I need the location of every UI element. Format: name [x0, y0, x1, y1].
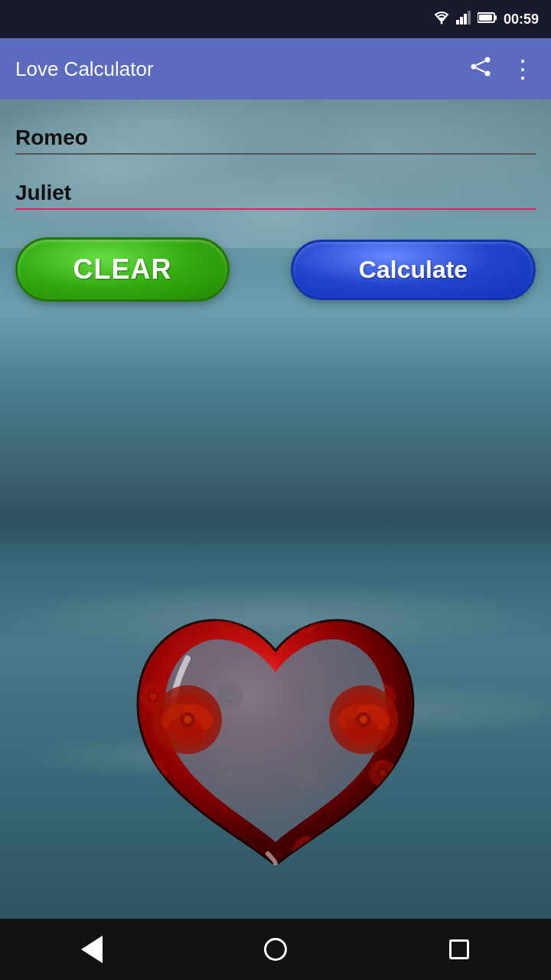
- svg-point-8: [485, 57, 491, 62]
- status-bar: 00:59: [0, 0, 551, 38]
- svg-point-32: [360, 716, 367, 724]
- svg-point-9: [471, 64, 477, 69]
- svg-line-11: [477, 61, 485, 65]
- wifi-icon: [433, 11, 450, 28]
- app-bar: Love Calculator ⋮: [0, 38, 551, 100]
- button-row: CLEAR Calculate: [0, 222, 551, 317]
- svg-rect-6: [494, 15, 497, 20]
- main-content: CLEAR Calculate: [0, 100, 551, 942]
- name1-group: [15, 122, 536, 155]
- svg-point-25: [184, 716, 191, 724]
- app-bar-actions: ⋮: [469, 54, 536, 83]
- clear-button[interactable]: CLEAR: [15, 237, 230, 302]
- name2-input[interactable]: [15, 178, 536, 210]
- calculate-button[interactable]: Calculate: [291, 240, 536, 300]
- status-icons: 00:59: [433, 11, 539, 28]
- share-button[interactable]: [469, 55, 492, 83]
- signal-icon: [456, 11, 471, 28]
- time-display: 00:59: [504, 11, 539, 28]
- svg-point-0: [440, 21, 442, 24]
- svg-rect-3: [464, 14, 467, 24]
- more-options-button[interactable]: ⋮: [510, 54, 536, 83]
- nav-back-button[interactable]: [69, 926, 115, 972]
- svg-rect-4: [468, 11, 471, 24]
- name2-group: [15, 178, 536, 210]
- nav-home-button[interactable]: [253, 926, 298, 972]
- nav-recents-button[interactable]: [436, 926, 482, 972]
- svg-rect-7: [479, 15, 492, 21]
- svg-point-10: [485, 70, 491, 76]
- heart-container: [115, 582, 436, 903]
- svg-line-12: [477, 68, 485, 72]
- name1-input[interactable]: [15, 122, 536, 155]
- nav-bar: [0, 919, 551, 980]
- svg-rect-2: [460, 17, 463, 24]
- battery-icon: [478, 11, 497, 28]
- svg-rect-1: [456, 20, 459, 24]
- app-title: Love Calculator: [15, 57, 154, 81]
